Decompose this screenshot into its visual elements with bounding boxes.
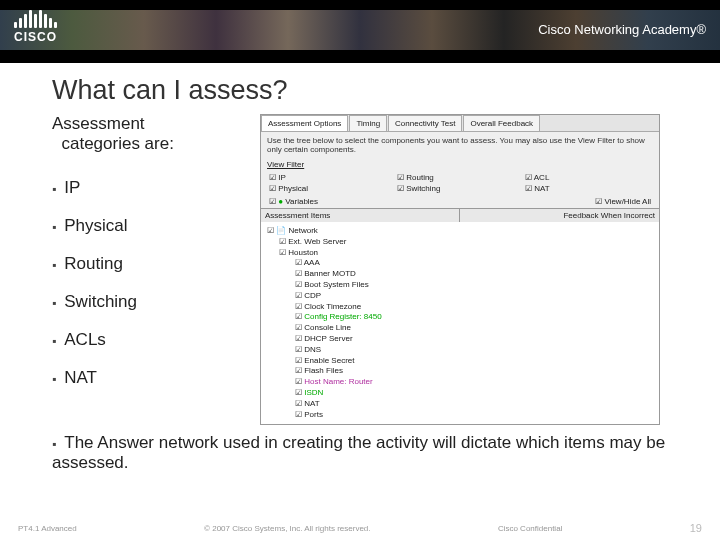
chk-switching[interactable]: Switching bbox=[397, 184, 523, 193]
tab-feedback[interactable]: Overall Feedback bbox=[463, 115, 540, 131]
academy-label: Cisco Networking Academy® bbox=[538, 22, 706, 37]
footer-right: Cisco Confidential bbox=[498, 524, 562, 533]
tree-root[interactable]: 📄 Network bbox=[267, 226, 653, 237]
variables-dot-icon: ● bbox=[278, 197, 283, 206]
tree-item[interactable]: Config Register: 8450 bbox=[267, 312, 653, 323]
bullet-physical: Physical bbox=[52, 207, 252, 245]
footer-left: PT4.1 Advanced bbox=[18, 524, 77, 533]
bullet-nat: NAT bbox=[52, 359, 252, 397]
bullet-switching: Switching bbox=[52, 283, 252, 321]
tree-item[interactable]: DNS bbox=[267, 345, 653, 356]
intro-line2: categories are: bbox=[61, 134, 173, 153]
split-left-label: Assessment Items bbox=[261, 209, 460, 222]
chk-ip[interactable]: IP bbox=[269, 173, 395, 182]
variables-item[interactable]: ☑ ● Variables bbox=[269, 197, 318, 206]
intro-text: Assessment categories are: bbox=[52, 114, 252, 155]
tree-item[interactable]: Boot System Files bbox=[267, 280, 653, 291]
slide-title: What can I assess? bbox=[52, 75, 720, 106]
bullet-ip: IP bbox=[52, 169, 252, 207]
tree-houston[interactable]: Houston bbox=[267, 248, 653, 259]
bullet-routing: Routing bbox=[52, 245, 252, 283]
footer-center: © 2007 Cisco Systems, Inc. All rights re… bbox=[204, 524, 370, 533]
view-filter-label: View Filter bbox=[261, 158, 659, 171]
tree-item[interactable]: Banner MOTD bbox=[267, 269, 653, 280]
intro-line1: Assessment bbox=[52, 114, 145, 133]
chk-physical[interactable]: Physical bbox=[269, 184, 395, 193]
left-column: Assessment categories are: IP Physical R… bbox=[52, 114, 252, 425]
banner: CISCO Cisco Networking Academy® bbox=[0, 0, 720, 63]
tree-item[interactable]: NAT bbox=[267, 399, 653, 410]
hint-text: Use the tree below to select the compone… bbox=[261, 132, 659, 158]
tree-webserver[interactable]: Ext. Web Server bbox=[267, 237, 653, 248]
split-header: Assessment Items Feedback When Incorrect bbox=[261, 208, 659, 222]
tab-timing[interactable]: Timing bbox=[349, 115, 387, 131]
tree-item[interactable]: ISDN bbox=[267, 388, 653, 399]
cisco-text: CISCO bbox=[14, 30, 57, 44]
final-bullet: The Answer network used in creating the … bbox=[52, 425, 720, 473]
tree-item[interactable]: Host Name: Router bbox=[267, 377, 653, 388]
tree-item[interactable]: CDP bbox=[267, 291, 653, 302]
chk-view-all[interactable]: View/Hide All bbox=[595, 197, 651, 206]
tab-bar: Assessment Options Timing Connectivity T… bbox=[261, 115, 659, 132]
tree-item[interactable]: Console Line bbox=[267, 323, 653, 334]
cisco-logo: CISCO bbox=[14, 8, 57, 44]
filter-grid: IP Routing ACL Physical Switching NAT bbox=[261, 171, 659, 195]
tree-item[interactable]: DHCP Server bbox=[267, 334, 653, 345]
bullet-acls: ACLs bbox=[52, 321, 252, 359]
cisco-bars-icon bbox=[14, 8, 57, 28]
chk-acl[interactable]: ACL bbox=[525, 173, 651, 182]
chk-nat[interactable]: NAT bbox=[525, 184, 651, 193]
tab-connectivity[interactable]: Connectivity Test bbox=[388, 115, 462, 131]
chk-routing[interactable]: Routing bbox=[397, 173, 523, 182]
split-right-label: Feedback When Incorrect bbox=[460, 209, 659, 222]
footer: PT4.1 Advanced © 2007 Cisco Systems, Inc… bbox=[0, 522, 720, 534]
tree-item[interactable]: AAA bbox=[267, 258, 653, 269]
content: What can I assess? Assessment categories… bbox=[0, 63, 720, 473]
assessment-panel: Assessment Options Timing Connectivity T… bbox=[260, 114, 660, 425]
tree-item[interactable]: Enable Secret bbox=[267, 356, 653, 367]
tree-item[interactable]: Ports bbox=[267, 410, 653, 421]
tree-item[interactable]: Flash Files bbox=[267, 366, 653, 377]
variables-row: ☑ ● Variables View/Hide All bbox=[261, 195, 659, 208]
bullet-list: IP Physical Routing Switching ACLs NAT bbox=[52, 169, 252, 397]
tree-item[interactable]: Clock Timezone bbox=[267, 302, 653, 313]
page-number: 19 bbox=[690, 522, 702, 534]
tab-assessment-options[interactable]: Assessment Options bbox=[261, 115, 348, 131]
assessment-tree[interactable]: 📄 Network Ext. Web Server Houston AAABan… bbox=[261, 222, 659, 424]
